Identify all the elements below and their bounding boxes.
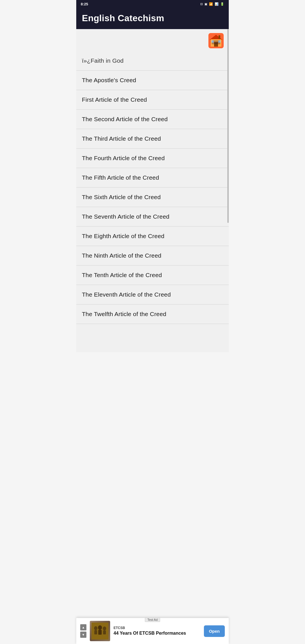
list-item[interactable]: The Ninth Article of the Creed [76,246,229,266]
scroll-indicator [227,29,229,223]
list-item[interactable]: The Second Article of the Creed [76,110,229,129]
header: English Catechism [76,8,229,29]
signal-icon: 📊 [215,2,219,6]
chapter-list: ï»¿Faith in GodThe Apostle's CreedFirst … [76,51,229,324]
status-time: 8:25 [81,2,88,6]
list-item[interactable]: First Article of the Creed [76,90,229,110]
list-item[interactable]: The Twelfth Article of the Creed [76,304,229,324]
list-item[interactable]: The Apostle's Creed [76,71,229,90]
list-item[interactable]: ï»¿Faith in God [76,51,229,71]
list-item[interactable]: The Seventh Article of the Creed [76,207,229,227]
notification-icon: ⊟ [200,2,203,6]
svg-rect-11 [212,40,220,44]
status-icons: ⊟ ▣ 📶 📊 🔋 [200,2,224,6]
status-bar: 8:25 ⊟ ▣ 📶 📊 🔋 [76,0,229,8]
wifi-icon: 📶 [209,2,213,6]
page-title: English Catechism [82,13,223,23]
home-icon-area [76,29,229,51]
list-item[interactable]: The Fifth Article of the Creed [76,168,229,188]
home-button[interactable] [208,32,224,49]
content-area: ï»¿Faith in GodThe Apostle's CreedFirst … [76,29,229,352]
list-item[interactable]: The Tenth Article of the Creed [76,266,229,285]
battery-saver-icon: ▣ [204,2,207,6]
svg-rect-10 [219,35,220,39]
list-item[interactable]: The Eighth Article of the Creed [76,227,229,246]
list-item[interactable]: The Eleventh Article of the Creed [76,285,229,304]
list-item[interactable]: The Fourth Article of the Creed [76,149,229,168]
battery-icon: 🔋 [220,2,224,6]
list-item[interactable]: The Sixth Article of the Creed [76,188,229,207]
list-item[interactable]: The Third Article of the Creed [76,129,229,149]
